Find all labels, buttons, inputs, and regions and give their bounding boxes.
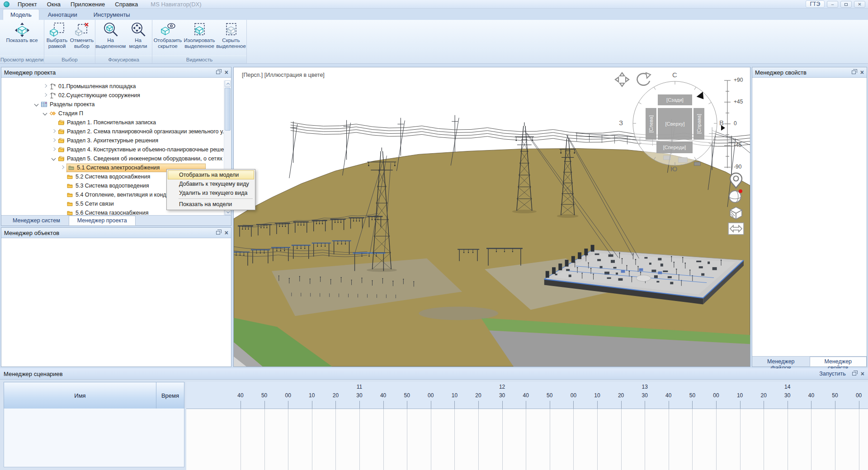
elevation-marker-icon[interactable] xyxy=(721,125,725,131)
ribbon-button-На-выделенном[interactable]: Навыделенном xyxy=(96,21,125,56)
folder-icon xyxy=(66,201,74,207)
minimize-button[interactable]: – xyxy=(827,1,838,8)
tree-item[interactable]: Раздел 1. Пояснительная записка xyxy=(2,118,224,127)
run-scenario-button[interactable]: Запустить xyxy=(819,371,846,377)
menu-item-Справка[interactable]: Справка xyxy=(110,0,142,8)
compass-face-front[interactable]: [Спереди] xyxy=(656,141,693,153)
collapse-icon[interactable] xyxy=(34,102,39,107)
tree-item[interactable]: Раздел 5. Сведения об инженерном оборудо… xyxy=(2,154,224,163)
close-panel-icon[interactable]: × xyxy=(225,230,228,235)
tab-Менеджер свойств[interactable]: Менеджер свойств xyxy=(810,357,867,367)
pan-horizontal-icon[interactable] xyxy=(727,221,745,236)
locate-pin-icon[interactable] xyxy=(727,171,745,189)
tree-item[interactable]: Раздел 4. Конструктивные и объемно-плани… xyxy=(2,145,224,154)
context-menu-item-Показать на модели[interactable]: Показать на модели xyxy=(168,200,254,209)
timeline-grid-line xyxy=(788,409,788,470)
tree-item-label: 5.1 Система электроснабжения xyxy=(77,164,160,171)
expand-icon[interactable] xyxy=(42,93,48,98)
ribbon-button-Скрыть-выделенное[interactable]: Скрытьвыделенное xyxy=(216,21,246,56)
tab-Менеджер файлов[interactable]: Менеджер файлов xyxy=(752,357,810,367)
menu-item-Проект[interactable]: Проект xyxy=(13,0,42,8)
timeline-tick xyxy=(835,401,835,409)
ribbon-tab-Модель[interactable]: Модель xyxy=(3,9,39,20)
timeline-grid[interactable] xyxy=(186,409,868,470)
ribbon-tab-Аннотации[interactable]: Аннотации xyxy=(40,9,85,20)
expand-icon[interactable] xyxy=(42,84,48,89)
folder-stack-icon xyxy=(58,119,65,126)
timeline-minute-label: 00 xyxy=(571,392,576,399)
collapse-icon[interactable] xyxy=(51,156,57,161)
menu-item-Окна[interactable]: Окна xyxy=(42,0,65,8)
tree-item-label: Разделы проекта xyxy=(50,101,95,108)
float-panel-icon[interactable] xyxy=(852,372,856,376)
ribbon-button-Выбрать-рамкой[interactable]: Выбратьрамкой xyxy=(45,21,69,56)
scroll-thumb[interactable] xyxy=(225,88,231,131)
tree-item[interactable]: 02.Существующие сооружения xyxy=(2,91,224,100)
column-name-header[interactable]: Имя xyxy=(4,382,156,409)
ribbon-button-Изолировать-выделенное[interactable]: Изолироватьвыделенное xyxy=(183,21,216,56)
ribbon-button-На-модели[interactable]: Намодели xyxy=(125,21,151,56)
compass-face-back[interactable]: [Сзади] xyxy=(658,94,692,105)
context-menu-item-Добавить к текущему виду[interactable]: Добавить к текущему виду xyxy=(168,179,254,188)
timeline-tick xyxy=(407,401,407,409)
context-menu-item-Отобразить на модели[interactable]: Отобразить на модели xyxy=(168,170,254,179)
tree-item-label: 5.4 Отопление, вентиляция и конди xyxy=(75,192,170,198)
project-manager-title: Менеджер проекта xyxy=(4,69,56,76)
ribbon-button-Отменить-выбор[interactable]: Отменитьвыбор xyxy=(69,21,94,56)
restore-button[interactable] xyxy=(840,1,852,8)
timeline-tick xyxy=(454,401,455,409)
compass-face-top[interactable]: [Сверху] xyxy=(658,108,692,140)
tab-Менеджер проекта[interactable]: Менеджер проекта xyxy=(69,216,136,226)
tree-item[interactable]: Разделы проекта xyxy=(2,100,224,109)
column-time-header[interactable]: Время xyxy=(156,382,184,409)
scenario-panel: Менеджер сценариев Запустить × Имя Время… xyxy=(0,368,868,470)
folder-stack-icon xyxy=(58,137,65,144)
context-menu-item-Удалить из текущего вида[interactable]: Удалить из текущего вида xyxy=(168,188,254,197)
tab-Менеджер систем[interactable]: Менеджер систем xyxy=(4,216,69,226)
menu-item-Приложение[interactable]: Приложение xyxy=(66,0,109,8)
ribbon-group-label: Выбор xyxy=(44,56,95,63)
tree-item[interactable]: Стадия П xyxy=(2,109,224,118)
tree-item[interactable]: Раздел 2. Схема планировочной организаци… xyxy=(2,127,224,136)
float-panel-icon[interactable] xyxy=(852,70,856,74)
compass-south-label[interactable]: Ю xyxy=(670,165,677,173)
compass-face-left[interactable]: [Слева] xyxy=(646,108,656,140)
close-panel-icon[interactable]: × xyxy=(225,70,228,75)
ribbon-group-Фокусировка: НавыделенномНамоделиФокусировка xyxy=(95,20,152,63)
scenario-table-body[interactable] xyxy=(4,409,184,467)
ribbon-button-Показать все[interactable]: Показать все xyxy=(1,21,43,56)
timeline-hour-label: 12 xyxy=(499,384,505,390)
app-logo-icon[interactable] xyxy=(4,1,9,7)
orbit-sphere-icon[interactable] xyxy=(726,188,745,205)
timeline-tick xyxy=(335,401,336,409)
float-panel-icon[interactable] xyxy=(216,231,220,235)
float-panel-icon[interactable] xyxy=(216,70,220,74)
model-viewport[interactable]: [Персп.] [Иллюстрация в цвете] С З В Ю [… xyxy=(233,67,750,367)
pan-icon[interactable] xyxy=(613,71,631,88)
expand-icon[interactable] xyxy=(51,147,57,152)
close-panel-icon[interactable]: × xyxy=(861,371,864,376)
expand-icon[interactable] xyxy=(51,138,57,143)
close-panel-icon[interactable]: × xyxy=(860,70,864,75)
timeline-ruler[interactable]: 4050001020304050001020304050001020304050… xyxy=(186,382,868,409)
ribbon-button-label: Отобразить xyxy=(154,38,182,43)
scroll-up-icon[interactable] xyxy=(225,80,231,87)
context-menu-divider xyxy=(179,198,253,199)
compass-west-label[interactable]: З xyxy=(619,119,623,127)
gte-badge[interactable]: ГТЭ xyxy=(806,0,825,8)
elevation-slider[interactable]: +90+450-45-90 xyxy=(721,78,750,171)
ribbon-button-Отобразить-скрытое[interactable]: Отобразитьскрытое xyxy=(152,21,183,56)
folder-icon xyxy=(66,174,74,180)
compass-face-right[interactable]: [Справа] xyxy=(693,108,704,140)
tree-item-label: 5.2 Система водоснабжения xyxy=(75,174,150,180)
expand-icon[interactable] xyxy=(60,165,65,170)
tree-item[interactable]: Раздел 3. Архитектурные решения xyxy=(2,136,224,145)
compass-north-label[interactable]: С xyxy=(672,71,677,79)
expand-icon[interactable] xyxy=(51,129,57,134)
tree-item[interactable]: 01.Промышленная площадка xyxy=(2,82,224,91)
ribbon-tab-Инструменты[interactable]: Инструменты xyxy=(86,9,138,20)
close-button[interactable]: ✕ xyxy=(854,1,865,8)
collapse-icon[interactable] xyxy=(42,111,48,116)
iso-cube-icon[interactable] xyxy=(727,205,745,221)
ribbon-button-label: Отменить xyxy=(70,38,94,43)
